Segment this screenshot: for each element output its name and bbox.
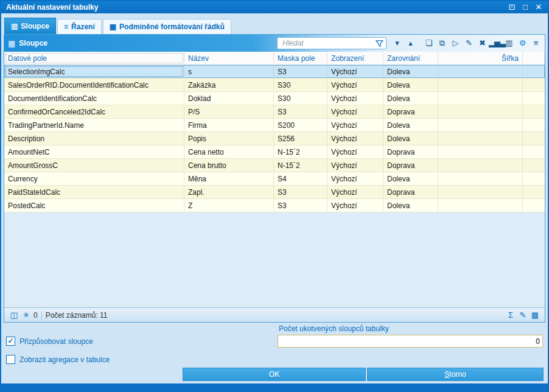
- table-cell: [438, 79, 523, 91]
- column-header-maska-pole[interactable]: Maska pole: [274, 52, 327, 65]
- tab-razeni[interactable]: ≡ Řazení: [57, 19, 102, 34]
- table-row[interactable]: PostedCalcZS3VýchozíDoleva: [4, 199, 545, 212]
- columns-grid-icon: ▦: [8, 39, 15, 48]
- table-row[interactable]: SalesOrderRID.DocumentIdentificationCalc…: [4, 79, 545, 92]
- window-close-icon[interactable]: ✕: [532, 1, 545, 13]
- table-cell: Description: [4, 132, 184, 145]
- window-restore-icon[interactable]: ⊡: [505, 1, 519, 13]
- table-body: SelectionImgCalcsS3VýchozíDolevaSalesOrd…: [4, 65, 545, 212]
- settings-gear-icon[interactable]: ⚙: [516, 37, 529, 50]
- table-cell: Výchozí: [327, 132, 383, 145]
- table-cell: S200: [274, 119, 327, 131]
- table-cell: Doleva: [383, 132, 438, 145]
- table-cell: S30: [274, 79, 327, 91]
- table-cell: PostedCalc: [4, 199, 184, 212]
- sort-list-icon: ≡: [64, 23, 68, 31]
- table-cell: [438, 105, 523, 118]
- table-row[interactable]: CurrencyMěnaS4VýchozíDoleva: [4, 172, 545, 186]
- show-aggregations-checkbox-row[interactable]: Zobrazit agregace v tabulce: [6, 355, 110, 364]
- new-item-icon[interactable]: ❏: [422, 37, 435, 50]
- table-cell: Doleva: [383, 65, 438, 78]
- table-row[interactable]: AmountGrossCCena bruttoN-15`2VýchozíDopr…: [4, 159, 545, 172]
- table-cell: Výchozí: [327, 119, 383, 131]
- menu-icon[interactable]: ≡: [529, 37, 542, 50]
- dialog-window: Aktuální nastavení tabulky ⊡□✕ ▥ Sloupce…: [0, 0, 549, 392]
- table-cell: Z: [184, 199, 274, 212]
- table-cell: N-15`2: [274, 145, 327, 158]
- anchored-columns-input[interactable]: [278, 335, 543, 348]
- column-header-datove-pole[interactable]: Datové pole: [4, 52, 184, 65]
- edit-disabled-icon[interactable]: ✎: [517, 310, 529, 320]
- status-right-icons: Σ✎▦: [505, 310, 541, 320]
- panel-toolbar: ▦ Sloupce ▾▴❏⧉▷✎✖▂▅▃▥⚙≡: [4, 35, 545, 52]
- table-row[interactable]: SelectionImgCalcsS3VýchozíDoleva: [4, 65, 545, 79]
- table-cell: Výchozí: [327, 79, 383, 91]
- tab-sloupce[interactable]: ▥ Sloupce: [4, 18, 56, 34]
- table-cell: Doprava: [383, 145, 438, 158]
- column-header-zarovnani[interactable]: Zarovnání: [383, 52, 438, 65]
- table-cell: Currency: [4, 172, 184, 185]
- table-row[interactable]: AmountNetCCena nettoN-15`2VýchozíDoprava: [4, 145, 545, 159]
- scroll-top-icon[interactable]: ▴: [404, 37, 417, 50]
- table-row[interactable]: DocumentIdentificationCalcDokladS30Výcho…: [4, 92, 545, 105]
- column-header-nazev[interactable]: Název: [184, 52, 274, 65]
- table-cell: [438, 199, 523, 212]
- window-maximize-icon[interactable]: □: [519, 1, 532, 13]
- table-header: Datové pole Název Maska pole Zobrazení Z…: [4, 52, 545, 65]
- table-row[interactable]: DescriptionPopisS256VýchozíDoleva: [4, 132, 545, 145]
- table-cell: Měna: [184, 172, 274, 185]
- filter-dropdown-icon[interactable]: ▾: [390, 37, 404, 50]
- table-cell: Firma: [184, 119, 274, 131]
- table-row[interactable]: ConfirmedOrCanceled2IdCalcP/SS3VýchozíDo…: [4, 105, 545, 119]
- sum-icon[interactable]: Σ: [505, 310, 517, 320]
- title-bar[interactable]: Aktuální nastavení tabulky ⊡□✕: [1, 1, 548, 13]
- table-cell: Výchozí: [327, 145, 383, 158]
- cancel-button[interactable]: Storno: [367, 368, 544, 381]
- table-cell: Cena brutto: [184, 159, 274, 172]
- show-aggregations-checkbox[interactable]: [6, 355, 15, 364]
- chart-icon[interactable]: ▂▅▃: [489, 37, 502, 50]
- table-cell: Zakázka: [184, 79, 274, 91]
- table-cell-filler: [523, 172, 545, 185]
- filter-funnel-icon[interactable]: [376, 40, 383, 47]
- table-cell: S4: [274, 172, 327, 185]
- table-edit-icon[interactable]: ▦: [529, 310, 541, 320]
- show-aggregations-label: Zobrazit agregace v tabulce: [19, 355, 110, 364]
- cancel-rest: torno: [449, 370, 466, 379]
- tab-label: Řazení: [71, 23, 95, 31]
- delete-icon[interactable]: ✖: [475, 37, 489, 50]
- table-cell-filler: [523, 119, 545, 131]
- table-cell: S3: [274, 199, 327, 212]
- table-row[interactable]: TradingPartnerId.NameFirmaS200VýchozíDol…: [4, 119, 545, 132]
- table-cell: Zapl.: [184, 186, 274, 198]
- column-header-sirka[interactable]: Šířka: [438, 52, 523, 65]
- edit-icon[interactable]: ✎: [462, 37, 475, 50]
- column-header-filler: [523, 52, 545, 65]
- table-cell: [438, 172, 523, 185]
- table-cell: TradingPartnerId.Name: [4, 119, 184, 131]
- snowflake-icon[interactable]: ✳: [20, 310, 32, 320]
- table-cell-filler: [523, 92, 545, 105]
- columns-grid-icon: ▥: [11, 22, 18, 30]
- tab-label: Podmíněné formátování řádků: [119, 23, 225, 31]
- search-input[interactable]: [281, 38, 376, 48]
- fit-columns-checkbox[interactable]: ✓: [6, 337, 15, 346]
- apply-icon[interactable]: ▷: [449, 37, 462, 50]
- table-cell: Výchozí: [327, 186, 383, 198]
- copy-icon[interactable]: ⧉: [435, 37, 449, 50]
- tab-podminene-formatovani[interactable]: ▦ Podmíněné formátování řádků: [103, 19, 231, 34]
- table-cell: Doleva: [383, 199, 438, 212]
- table-cell: S30: [274, 92, 327, 105]
- table-cell: AmountNetC: [4, 145, 184, 158]
- table-cell: S3: [274, 105, 327, 118]
- ok-button[interactable]: OK: [183, 368, 366, 381]
- columns-icon[interactable]: ▥: [502, 37, 516, 50]
- status-separator: [41, 311, 42, 320]
- book-icon[interactable]: ◫: [8, 310, 20, 320]
- fit-columns-checkbox-row[interactable]: ✓ Přizpůsobovat sloupce: [6, 337, 93, 346]
- table-cell-filler: [523, 145, 545, 158]
- column-header-zobrazeni[interactable]: Zobrazení: [327, 52, 383, 65]
- table-cell: DocumentIdentificationCalc: [4, 92, 184, 105]
- table-cell: Výchozí: [327, 105, 383, 118]
- table-row[interactable]: PaidStateIdCalcZapl.S3VýchozíDoprava: [4, 186, 545, 199]
